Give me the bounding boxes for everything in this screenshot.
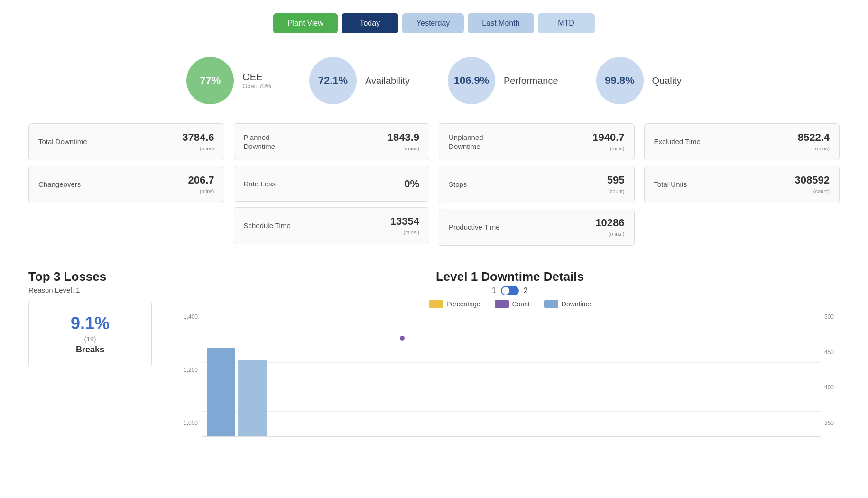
metric-stops: Stops 595 (count) xyxy=(439,166,635,203)
metric-total-units-unit: (count) xyxy=(813,188,830,194)
downtime-title: Level 1 Downtime Details xyxy=(180,269,840,284)
metric-rate-loss-value: 0% xyxy=(404,178,419,190)
axis-right-450: 450 xyxy=(824,349,840,356)
metric-rate-loss: Rate Loss 0% xyxy=(234,166,430,202)
metric-rate-loss-label: Rate Loss xyxy=(244,179,405,189)
nav-today[interactable]: Today xyxy=(342,13,398,33)
axis-right-400: 400 xyxy=(824,384,840,391)
kpi-row: 77% OEE Goal: 70% 72.1% Availability 106… xyxy=(0,43,868,114)
metric-excluded-time-label: Excluded Time xyxy=(654,137,798,147)
legend-count: Count xyxy=(495,300,530,308)
chart-area: 1,400 1,200 1,000 500 450 400 350 xyxy=(180,314,840,437)
metric-stops-value: 595 xyxy=(607,174,625,186)
metrics-col-2: Planned Downtime 1843.9 (mins) Rate Loss… xyxy=(234,123,430,246)
metric-unplanned-downtime-label: Unplanned Downtime xyxy=(449,133,592,151)
chart-inner xyxy=(202,314,821,437)
legend-count-box xyxy=(495,300,509,308)
top3-name: Breaks xyxy=(76,345,104,355)
metric-productive-time-value: 10286 xyxy=(595,217,624,229)
kpi-performance: 106.9% Performance xyxy=(448,57,558,104)
performance-circle: 106.9% xyxy=(448,57,495,104)
metrics-section: Total Downtime 3784.6 (mins) Changeovers… xyxy=(0,114,868,255)
axis-left-1400: 1,400 xyxy=(180,314,198,320)
downtime-panel: Level 1 Downtime Details 1 2 Percentage … xyxy=(180,269,840,437)
toggle-num-1: 1 xyxy=(492,286,496,295)
metric-changeovers-unit: (mins) xyxy=(200,188,214,194)
toggle-switch[interactable] xyxy=(501,286,519,295)
metric-unplanned-downtime-value: 1940.7 xyxy=(592,131,624,144)
bar-2 xyxy=(238,360,267,436)
quality-label: Quality xyxy=(652,75,682,86)
top3-title: Top 3 Losses xyxy=(28,269,152,284)
metric-total-units: Total Units 308592 (count) xyxy=(644,166,840,203)
metric-schedule-time-value: 13354 xyxy=(390,215,419,228)
kpi-availability: 72.1% Availability xyxy=(309,57,410,104)
oee-sublabel: Goal: 70% xyxy=(242,83,271,90)
chart-left-axis: 1,400 1,200 1,000 xyxy=(180,314,202,437)
metrics-col-1: Total Downtime 3784.6 (mins) Changeovers… xyxy=(28,123,224,246)
metric-stops-label: Stops xyxy=(449,180,607,189)
metric-total-units-value: 308592 xyxy=(795,174,830,186)
top3-count: (19) xyxy=(84,335,96,343)
performance-label: Performance xyxy=(504,75,558,86)
kpi-oee: 77% OEE Goal: 70% xyxy=(186,57,271,104)
nav-mtd[interactable]: MTD xyxy=(538,13,595,33)
legend-downtime: Downtime xyxy=(544,300,591,308)
oee-label: OEE xyxy=(242,72,271,83)
metric-productive-time: Productive Time 10286 (mins.) xyxy=(439,209,635,246)
top3-panel: Top 3 Losses Reason Level: 1 9.1% (19) B… xyxy=(28,269,152,367)
metric-schedule-time-unit: (mins.) xyxy=(403,230,419,235)
metric-planned-downtime: Planned Downtime 1843.9 (mins) xyxy=(234,123,430,160)
availability-value: 72.1% xyxy=(318,74,348,87)
metric-total-units-label: Total Units xyxy=(654,180,795,189)
metric-total-downtime: Total Downtime 3784.6 (mins) xyxy=(28,123,224,160)
metric-changeovers-value: 206.7 xyxy=(188,174,214,186)
top3-percentage: 9.1% xyxy=(71,314,110,333)
legend-downtime-label: Downtime xyxy=(562,300,591,308)
nav-yesterday[interactable]: Yesterday xyxy=(402,13,464,33)
metric-planned-downtime-value: 1843.9 xyxy=(388,131,419,144)
metric-planned-downtime-label: Planned Downtime xyxy=(244,133,388,151)
chart-right-axis: 500 450 400 350 xyxy=(821,314,840,437)
legend-downtime-box xyxy=(544,300,558,308)
oee-value: 77% xyxy=(200,74,221,87)
top3-card: 9.1% (19) Breaks xyxy=(28,301,152,367)
kpi-quality: 99.8% Quality xyxy=(596,57,682,104)
metric-excluded-time-unit: (mins) xyxy=(815,146,830,151)
top3-subtitle: Reason Level: 1 xyxy=(28,286,152,294)
metric-schedule-time-label: Schedule Time xyxy=(244,221,390,231)
metrics-col-3: Unplanned Downtime 1940.7 (mins) Stops 5… xyxy=(439,123,635,246)
legend-row: Percentage Count Downtime xyxy=(180,300,840,308)
metric-planned-downtime-unit: (mins) xyxy=(405,146,419,151)
quality-value: 99.8% xyxy=(605,74,634,87)
metric-excluded-time: Excluded Time 8522.4 (mins) xyxy=(644,123,840,160)
availability-label: Availability xyxy=(365,75,410,86)
bottom-section: Top 3 Losses Reason Level: 1 9.1% (19) B… xyxy=(0,255,868,437)
axis-right-350: 350 xyxy=(824,420,840,426)
legend-percentage-box xyxy=(429,300,443,308)
nav-last-month[interactable]: Last Month xyxy=(468,13,534,33)
chart-bars xyxy=(202,314,821,436)
metric-stops-unit: (count) xyxy=(608,188,624,194)
nav-plant-view[interactable]: Plant View xyxy=(273,13,337,33)
availability-circle: 72.1% xyxy=(309,57,357,104)
metrics-col-4: Excluded Time 8522.4 (mins) Total Units … xyxy=(644,123,840,246)
metric-changeovers-label: Changeovers xyxy=(38,180,188,189)
metric-schedule-time: Schedule Time 13354 (mins.) xyxy=(234,207,430,244)
metric-productive-time-unit: (mins.) xyxy=(609,231,625,237)
downtime-toggle-row: 1 2 xyxy=(180,286,840,295)
legend-percentage-label: Percentage xyxy=(446,300,480,308)
legend-count-label: Count xyxy=(512,300,530,308)
bar-1 xyxy=(207,348,235,436)
axis-left-1200: 1,200 xyxy=(180,367,198,373)
axis-right-500: 500 xyxy=(824,314,840,320)
toggle-num-2: 2 xyxy=(524,286,528,295)
axis-left-1000: 1,000 xyxy=(180,420,198,426)
metric-unplanned-downtime: Unplanned Downtime 1940.7 (mins) xyxy=(439,123,635,160)
metric-excluded-time-value: 8522.4 xyxy=(798,131,830,144)
metric-productive-time-label: Productive Time xyxy=(449,222,595,232)
metric-total-downtime-value: 3784.6 xyxy=(182,131,214,144)
quality-circle: 99.8% xyxy=(596,57,644,104)
oee-circle: 77% xyxy=(186,57,234,104)
oee-label-group: OEE Goal: 70% xyxy=(242,72,271,90)
